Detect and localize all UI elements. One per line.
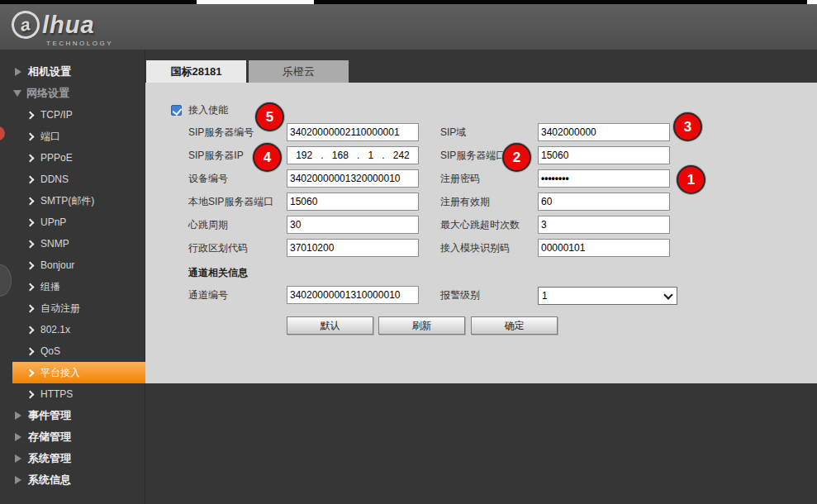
triangle-right-icon (15, 433, 21, 441)
dahua-logo-text: lhua (42, 12, 95, 39)
chevron-right-icon (26, 368, 35, 377)
sidebar-item-port[interactable]: 端口 (0, 126, 145, 147)
button-label: 确定 (505, 319, 525, 333)
chevron-down-icon (663, 290, 672, 299)
annotation-badge-1: 1 (677, 165, 705, 194)
ip-octet-2[interactable]: 168 (332, 150, 349, 161)
sidebar-item-system-info[interactable]: 系统信息 (0, 469, 145, 491)
alarm-level-select[interactable]: 1 (538, 287, 677, 305)
ip-octet-3[interactable]: 1 (368, 150, 373, 161)
tab-label: 乐橙云 (283, 64, 315, 79)
register-password-input[interactable] (538, 169, 670, 188)
header: alhua TECHNOLOGY (0, 4, 817, 50)
chevron-right-icon (26, 304, 35, 312)
badge-number: 4 (264, 150, 271, 166)
sidebar-item-network-settings[interactable]: 网络设置 (0, 83, 145, 104)
annotation-badge-4: 4 (253, 143, 282, 172)
chevron-right-icon (26, 326, 35, 334)
register-valid-period-input[interactable] (538, 193, 670, 211)
max-heartbeat-timeouts-input[interactable] (538, 216, 670, 234)
local-sip-server-port-input[interactable] (287, 193, 419, 211)
local-sip-server-port-label: 本地SIP服务器端口 (188, 193, 273, 211)
sidebar-item-storage-management[interactable]: 存储管理 (0, 426, 145, 448)
tab-gb28181[interactable]: 国标28181 (146, 60, 246, 83)
refresh-button[interactable]: 刷新 (378, 316, 465, 335)
sidebar-item-upnp[interactable]: UPnP (0, 212, 145, 233)
sidebar-nav: 相机设置 网络设置 TCP/IP 端口 PPPoE DDNS SMTP(邮件) (0, 50, 145, 504)
sip-domain-input[interactable] (538, 123, 670, 141)
chevron-right-icon (26, 261, 35, 269)
sidebar-item-ddns[interactable]: DDNS (0, 169, 145, 190)
button-label: 刷新 (412, 319, 432, 333)
sidebar-item-system-management[interactable]: 系统管理 (0, 448, 145, 469)
device-id-input[interactable] (287, 169, 419, 188)
sidebar-item-https[interactable]: HTTPS (0, 383, 145, 405)
enable-access-label: 接入使能 (188, 101, 228, 119)
heartbeat-period-input[interactable] (287, 216, 419, 234)
max-heartbeat-timeouts-label: 最大心跳超时次数 (440, 216, 520, 234)
sidebar-item-pppoe[interactable]: PPPoE (0, 147, 145, 169)
sidebar-item-label: SNMP (40, 238, 69, 250)
sidebar-item-event-management[interactable]: 事件管理 (0, 405, 145, 426)
sidebar-item-qos[interactable]: QoS (0, 340, 145, 362)
sip-server-port-input[interactable] (538, 146, 670, 164)
alarm-level-value: 1 (542, 290, 548, 302)
sip-server-ip-input[interactable]: 192 . 168 . 1 . 242 (287, 146, 419, 164)
triangle-right-icon (15, 454, 21, 463)
alarm-level-label: 报警级别 (440, 286, 480, 304)
button-label: 默认 (321, 319, 340, 333)
sidebar-item-label: 网络设置 (26, 86, 69, 101)
sidebar-item-multicast[interactable]: 组播 (0, 276, 145, 297)
sidebar-item-label: 组播 (40, 280, 60, 294)
sip-server-ip-label: SIP服务器IP (188, 146, 244, 164)
sidebar-item-label: 事件管理 (28, 408, 71, 423)
sidebar-item-label: 存储管理 (28, 430, 71, 445)
sidebar-item-platform-access[interactable]: 平台接入 (12, 362, 145, 383)
default-button[interactable]: 默认 (287, 316, 373, 335)
ip-octet-1[interactable]: 192 (296, 150, 312, 161)
dahua-logo-a-icon: a (9, 8, 41, 40)
chevron-right-icon (26, 283, 35, 291)
chevron-right-icon (26, 218, 35, 226)
sip-server-port-label: SIP服务器端口 (440, 146, 506, 164)
sidebar-item-tcpip[interactable]: TCP/IP (0, 104, 145, 126)
chevron-right-icon (26, 154, 35, 162)
sidebar-item-8021x[interactable]: 802.1x (0, 319, 145, 340)
sidebar-item-smtp[interactable]: SMTP(邮件) (0, 190, 145, 212)
channel-id-input[interactable] (287, 286, 419, 304)
channel-section-title: 通道相关信息 (188, 266, 248, 279)
tab-lechange-cloud[interactable]: 乐橙云 (249, 60, 349, 83)
admin-region-code-label: 行政区划代码 (188, 239, 248, 257)
sip-domain-label: SIP域 (440, 123, 466, 141)
dahua-logo-wordmark: alhua (12, 11, 113, 39)
sidebar-item-label: QoS (40, 345, 60, 357)
chevron-right-icon (26, 197, 35, 205)
admin-region-code-input[interactable] (287, 239, 419, 257)
badge-number: 1 (687, 172, 695, 188)
heartbeat-period-label: 心跳周期 (188, 216, 228, 234)
device-id-label: 设备编号 (188, 169, 228, 188)
enable-access-checkbox[interactable] (171, 105, 182, 116)
sidebar-item-label: Bonjour (40, 259, 74, 271)
sidebar-item-label: 系统信息 (28, 473, 71, 487)
sidebar-item-label: TCP/IP (40, 109, 73, 121)
sidebar-item-snmp[interactable]: SNMP (0, 233, 145, 254)
sidebar-item-label: 相机设置 (28, 64, 71, 79)
sidebar-item-bonjour[interactable]: Bonjour (0, 254, 145, 276)
badge-number: 5 (266, 109, 273, 126)
badge-number: 2 (513, 150, 520, 166)
sidebar-item-camera-settings[interactable]: 相机设置 (0, 61, 145, 83)
sidebar-item-label: SMTP(邮件) (40, 194, 94, 208)
sip-server-id-input[interactable] (287, 123, 419, 141)
dahua-logo: alhua TECHNOLOGY (12, 11, 113, 47)
ip-octet-4[interactable]: 242 (393, 150, 410, 161)
access-module-code-input[interactable] (538, 239, 670, 257)
triangle-right-icon (15, 411, 21, 420)
triangle-right-icon (15, 476, 21, 484)
confirm-button[interactable]: 确定 (471, 316, 558, 335)
sidebar-item-label: HTTPS (40, 388, 73, 400)
annotation-badge-5: 5 (255, 102, 284, 131)
chevron-right-icon (26, 240, 35, 248)
triangle-right-icon (15, 68, 21, 76)
sidebar-item-auto-register[interactable]: 自动注册 (0, 297, 145, 319)
